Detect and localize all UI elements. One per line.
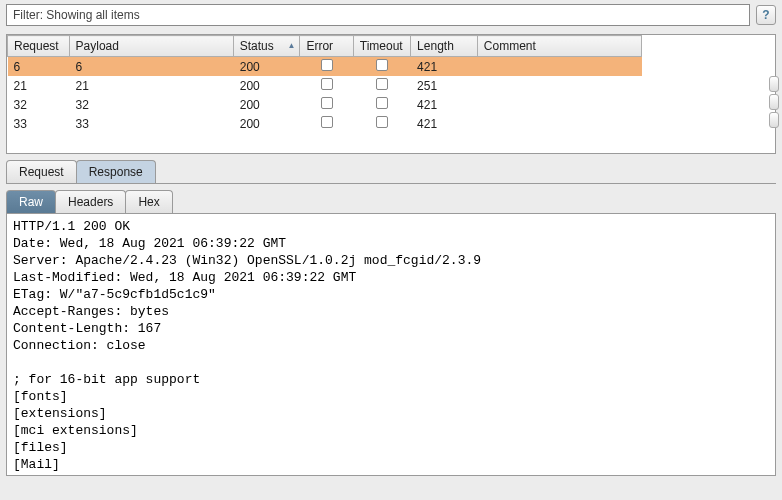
side-handle[interactable] xyxy=(768,62,780,142)
cell-length: 421 xyxy=(411,114,478,133)
cell-status: 200 xyxy=(233,57,300,77)
col-status[interactable]: Status xyxy=(233,36,300,57)
table-row[interactable]: 3232200421 xyxy=(8,95,642,114)
cell-timeout xyxy=(353,95,410,114)
cell-request: 32 xyxy=(8,95,70,114)
table-row[interactable]: 3333200421 xyxy=(8,114,642,133)
help-button[interactable]: ? xyxy=(756,5,776,25)
col-request[interactable]: Request xyxy=(8,36,70,57)
cell-timeout xyxy=(353,57,410,77)
cell-error xyxy=(300,95,353,114)
checkbox-icon[interactable] xyxy=(321,78,333,90)
cell-request: 6 xyxy=(8,57,70,77)
cell-error xyxy=(300,57,353,77)
checkbox-icon[interactable] xyxy=(376,78,388,90)
cell-error xyxy=(300,114,353,133)
checkbox-icon[interactable] xyxy=(321,59,333,71)
cell-status: 200 xyxy=(233,76,300,95)
col-payload[interactable]: Payload xyxy=(69,36,233,57)
checkbox-icon[interactable] xyxy=(376,59,388,71)
col-error[interactable]: Error xyxy=(300,36,353,57)
tab-request[interactable]: Request xyxy=(6,160,77,183)
cell-payload: 6 xyxy=(69,57,233,77)
checkbox-icon[interactable] xyxy=(376,97,388,109)
cell-comment xyxy=(477,76,641,95)
cell-length: 251 xyxy=(411,76,478,95)
checkbox-icon[interactable] xyxy=(376,116,388,128)
checkbox-icon[interactable] xyxy=(321,116,333,128)
tab-response[interactable]: Response xyxy=(76,160,156,183)
cell-payload: 33 xyxy=(69,114,233,133)
table-row[interactable]: 2121200251 xyxy=(8,76,642,95)
response-body[interactable]: HTTP/1.1 200 OK Date: Wed, 18 Aug 2021 0… xyxy=(6,214,776,476)
cell-length: 421 xyxy=(411,95,478,114)
tab-raw[interactable]: Raw xyxy=(6,190,56,213)
tab-hex[interactable]: Hex xyxy=(125,190,172,213)
cell-request: 33 xyxy=(8,114,70,133)
col-timeout[interactable]: Timeout xyxy=(353,36,410,57)
cell-status: 200 xyxy=(233,95,300,114)
cell-payload: 32 xyxy=(69,95,233,114)
cell-comment xyxy=(477,57,641,77)
table-header-row: Request Payload Status Error Timeout Len… xyxy=(8,36,642,57)
cell-comment xyxy=(477,114,641,133)
cell-comment xyxy=(477,95,641,114)
main-tabs: Request Response xyxy=(6,160,776,184)
filter-input[interactable] xyxy=(6,4,750,26)
checkbox-icon[interactable] xyxy=(321,97,333,109)
tab-headers[interactable]: Headers xyxy=(55,190,126,213)
cell-length: 421 xyxy=(411,57,478,77)
cell-timeout xyxy=(353,76,410,95)
cell-status: 200 xyxy=(233,114,300,133)
col-length[interactable]: Length xyxy=(411,36,478,57)
cell-payload: 21 xyxy=(69,76,233,95)
cell-error xyxy=(300,76,353,95)
results-table: Request Payload Status Error Timeout Len… xyxy=(6,34,776,154)
cell-timeout xyxy=(353,114,410,133)
col-comment[interactable]: Comment xyxy=(477,36,641,57)
table-row[interactable]: 66200421 xyxy=(8,57,642,77)
cell-request: 21 xyxy=(8,76,70,95)
sub-tabs: Raw Headers Hex xyxy=(6,190,776,214)
